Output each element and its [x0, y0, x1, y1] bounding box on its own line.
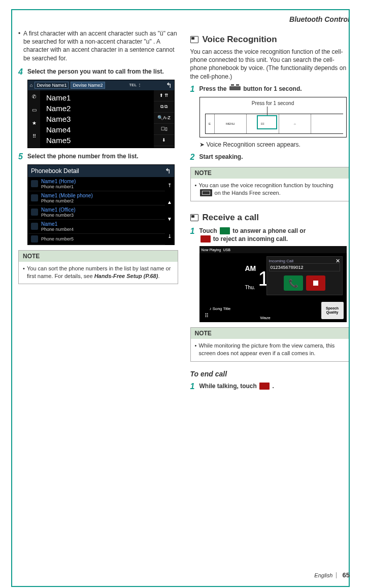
- section-icon: [190, 36, 198, 43]
- device-tab-2[interactable]: Devise Name2: [71, 82, 105, 89]
- list-item[interactable]: Name3: [43, 114, 151, 124]
- popup-title: Incoming Call: [269, 259, 340, 263]
- footer-page-number: 65: [343, 571, 350, 579]
- note-sort-text: You can sort the phone numbers in the li…: [27, 265, 174, 280]
- press-label: Press for 1 second: [200, 100, 346, 106]
- phonebook-row[interactable]: Name1Phone number4: [28, 220, 165, 234]
- voice-recognition-para: You can access the voice recognition fun…: [190, 48, 350, 81]
- device-tab-1[interactable]: Devise Name1: [35, 82, 69, 89]
- back-icon[interactable]: ↰: [166, 81, 172, 89]
- step-4: 4 Select the person you want to call fro…: [18, 67, 178, 77]
- note-sort: NOTE • You can sort the phone numbers in…: [18, 250, 178, 285]
- panel-menu-button: MENU: [215, 114, 247, 133]
- day-label: Thu.: [245, 285, 255, 290]
- copy-icon[interactable]: ⧉ ⧉: [154, 101, 174, 113]
- usb-label: USB: [223, 248, 230, 252]
- list-item[interactable]: Name5: [43, 135, 151, 146]
- now-playing-label: Now Playing: [202, 248, 221, 252]
- name-list: Name1 Name2 Name3 Name4 Name5: [40, 90, 154, 148]
- scroll-top-icon[interactable]: ⤒: [165, 177, 174, 194]
- apps-grid-icon[interactable]: ⠿: [205, 313, 209, 319]
- voice-touch-icon: [200, 189, 212, 196]
- device-icon[interactable]: ☐▯: [154, 124, 174, 135]
- scroll-up-icon[interactable]: ⬆ ⇈: [154, 90, 174, 101]
- accent-note-bullet: • A first character with an accent chara…: [18, 29, 178, 62]
- phonebook-row[interactable]: Name1 (Office)Phone number3: [28, 205, 165, 220]
- office-icon: [31, 209, 38, 216]
- phonebook-title: Phonebook Detail: [31, 167, 79, 175]
- song-title: ♪ Song Title: [210, 306, 231, 311]
- close-icon[interactable]: ✕: [336, 258, 340, 264]
- phonebook-row[interactable]: Name1 (Mobile phone)Phone number2: [28, 191, 165, 205]
- scroll-up-icon[interactable]: ▲: [165, 194, 174, 211]
- back-icon[interactable]: ↰: [165, 167, 171, 175]
- note-voice-text: You can use the voice recognition functi…: [199, 182, 346, 197]
- answer-icon: [220, 227, 230, 234]
- figure-name-list: ⌂ Devise Name1 Devise Name2 TEL ⋮ ↰ ✆ ▭ …: [27, 80, 178, 148]
- voice-result: ➤ Voice Recognition screen appears.: [199, 141, 350, 149]
- note-heading: NOTE: [19, 251, 178, 262]
- receive-call-heading: Receive a call: [190, 213, 350, 223]
- az-sort-icon[interactable]: 🔍 A-Z: [154, 113, 174, 124]
- waze-label[interactable]: Waze: [260, 316, 271, 320]
- page-footer: English 65: [314, 571, 350, 579]
- voice-button-icon: [229, 86, 241, 90]
- section-icon: [190, 214, 198, 221]
- figure-phonebook-detail: Phonebook Detail ↰ Name1 (Home)Phone num…: [27, 164, 178, 245]
- phonebook-row[interactable]: Phone number5: [28, 234, 165, 245]
- speech-quality-button[interactable]: Speech Quality: [321, 302, 344, 319]
- scroll-down-icon[interactable]: ▼: [165, 211, 174, 227]
- mobile-icon: [31, 194, 38, 201]
- note-voice: NOTE • You can use the voice recognition…: [190, 167, 350, 201]
- footer-language: English: [314, 572, 332, 578]
- contacts-icon[interactable]: ▭: [28, 103, 40, 117]
- highlight-frame: [257, 115, 277, 129]
- list-item[interactable]: Name4: [43, 124, 151, 135]
- scroll-down-icon[interactable]: ⬇: [154, 135, 174, 146]
- note-camera-text: While monitoring the picture from the vi…: [199, 342, 346, 357]
- figure-press-button: Press for 1 second E MENU ≡≡ ⌂: [199, 97, 347, 137]
- page-header: Bluetooth Control: [18, 15, 350, 23]
- incoming-call-popup: ✕ Incoming Call 0123456789012 📞 ⏹: [266, 256, 343, 295]
- panel-home-button: ⌂: [279, 114, 312, 133]
- hangup-icon: [259, 383, 270, 390]
- right-column: Voice Recognition You can access the voi…: [190, 29, 350, 394]
- left-column: • A first character with an accent chara…: [18, 29, 178, 394]
- generic-icon: [31, 223, 38, 230]
- step-5-number: 5: [18, 152, 27, 161]
- reject-icon: [200, 235, 211, 243]
- reject-button[interactable]: ⏹: [306, 275, 325, 291]
- phonebook-row[interactable]: Name1 (Home)Phone number1: [28, 177, 165, 191]
- step-4-text: Select the person you want to call from …: [27, 67, 178, 77]
- step-5-text: Select the phone number from the list.: [27, 152, 178, 161]
- list-item[interactable]: Name1: [43, 92, 151, 103]
- keypad-icon[interactable]: ⠿: [28, 130, 40, 143]
- note-camera: NOTE • While monitoring the picture from…: [190, 327, 350, 362]
- scroll-bottom-icon[interactable]: ⤓: [165, 228, 174, 245]
- panel-button: [311, 114, 343, 133]
- answer-button[interactable]: 📞: [284, 275, 303, 291]
- figure-incoming-call: Now Playing USB AM 1 Thu. ♪ Song Title ⠿…: [199, 246, 347, 322]
- hands-free-ref: Hands-Free Setup (P.68): [94, 273, 158, 279]
- popup-number: 0123456789012: [269, 263, 340, 271]
- end-step-1: 1 While talking, touch .: [190, 382, 350, 391]
- list-item[interactable]: Name2: [43, 103, 151, 114]
- voice-recognition-heading: Voice Recognition: [190, 34, 350, 45]
- home-icon: [31, 180, 38, 187]
- am-label: AM: [245, 264, 256, 272]
- dial-icon[interactable]: ✆: [28, 90, 40, 103]
- receive-step-1: 1 Touch to answer a phone call or to rej…: [190, 227, 350, 243]
- left-sidebar-icons: ✆ ▭ ★ ⠿: [28, 90, 40, 148]
- end-call-heading: To end call: [190, 370, 350, 378]
- voice-step-1: 1 Press the button for 1 second.: [190, 85, 350, 94]
- step-4-number: 4: [18, 67, 27, 77]
- favorites-icon[interactable]: ★: [28, 117, 40, 130]
- generic-icon: [31, 235, 38, 243]
- voice-step-2: 2 Start speaking.: [190, 153, 350, 162]
- accent-note-text: A first character with an accent charact…: [23, 29, 178, 62]
- panel-button: E: [206, 114, 215, 133]
- step-5: 5 Select the phone number from the list.: [18, 152, 178, 161]
